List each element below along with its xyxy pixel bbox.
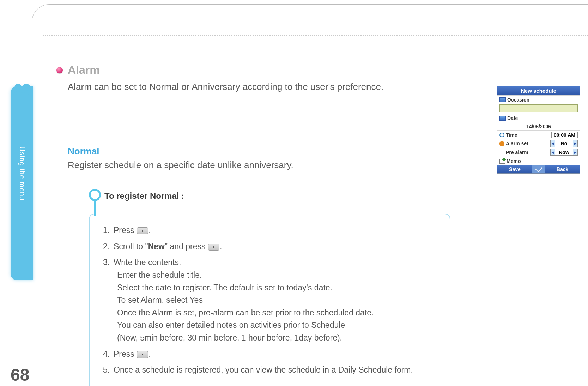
page-top-divider — [43, 35, 588, 36]
chevron-right-icon[interactable]: ► — [573, 140, 577, 147]
page-number: 68 — [11, 365, 29, 385]
step-text: " and press — [165, 242, 208, 251]
step-item: Scroll to "New" and press . — [103, 240, 436, 253]
step-subtext: To set Alarm, select Yes — [117, 294, 436, 307]
phone-row-prealarm: Pre alarm ◄ Now ► — [497, 148, 580, 157]
bullet-icon — [56, 67, 63, 73]
ok-key-icon — [137, 351, 148, 358]
calendar-icon — [499, 116, 506, 121]
ok-key-icon — [208, 244, 219, 251]
steps-container: To register Normal : Press . Scroll to "… — [89, 191, 450, 386]
step-item: Write the contents. Enter the schedule t… — [103, 256, 436, 344]
phone-row-alarmset: Alarm set ◄ No ► — [497, 139, 580, 148]
phone-label: Memo — [507, 158, 521, 164]
step-text: Press — [114, 226, 137, 235]
subsection-normal: Normal Register schedule on a specific d… — [68, 146, 577, 386]
step-text: . — [148, 226, 151, 235]
phone-label: Date — [507, 115, 518, 121]
phone-row-date-label: Date — [497, 114, 580, 122]
phone-titlebar: New schedule — [497, 86, 580, 95]
phone-date-value: 14/06/2006 — [526, 124, 551, 129]
chevron-right-icon[interactable]: ► — [573, 149, 577, 155]
phone-row-time: Time 00:00 AM — [497, 130, 580, 139]
step-subtext: Once the Alarm is set, pre-alarm can be … — [117, 307, 436, 319]
step-subtext: You can also enter detailed notes on act… — [117, 319, 436, 332]
steps-title: To register Normal : — [104, 191, 450, 201]
step-subtext: (Now, 5min before, 30 min before, 1 hour… — [117, 332, 436, 344]
step-item: Press . — [103, 348, 436, 361]
step-text: Write the contents. — [114, 258, 181, 267]
chevron-left-icon[interactable]: ◄ — [551, 149, 555, 155]
magnifier-icon — [89, 189, 101, 201]
memo-icon — [499, 159, 505, 164]
page-bottom-rule — [43, 375, 588, 375]
phone-prealarm-selector[interactable]: ◄ Now ► — [550, 149, 578, 156]
magnifier-handle-icon — [94, 200, 96, 216]
phone-row-date-value[interactable]: 14/06/2006 — [497, 122, 580, 130]
step-text: . — [148, 349, 151, 359]
bell-icon — [499, 141, 504, 146]
chapter-side-tab: 03 Using the menu — [11, 86, 33, 280]
softkey-back[interactable]: Back — [545, 165, 580, 173]
chevron-left-icon[interactable]: ◄ — [551, 140, 555, 147]
section-title: Alarm — [68, 63, 100, 76]
step-subtext: Enter the schedule title. — [117, 269, 436, 282]
phone-alarmset-value: No — [555, 141, 573, 146]
softkey-ok[interactable] — [532, 165, 545, 173]
calendar-icon — [499, 97, 506, 102]
phone-time-value[interactable]: 00:00 AM — [551, 132, 578, 138]
step-text: Once a schedule is registered, you can v… — [114, 365, 413, 374]
phone-screenshot: New schedule Occasion Date 14/06/2006 Ti… — [497, 86, 580, 174]
phone-label: Alarm set — [506, 141, 528, 146]
section-heading: Alarm — [56, 63, 577, 76]
ok-key-icon — [137, 227, 148, 234]
step-item: Press . — [103, 224, 436, 237]
chapter-number: 03 — [13, 80, 30, 99]
step-text: . — [220, 242, 222, 251]
phone-occasion-input[interactable] — [499, 104, 578, 112]
phone-softkeys: Save Back — [497, 165, 580, 173]
step-subtext: Select the date to register. The default… — [117, 282, 436, 294]
steps-box: Press . Scroll to "New" and press . Writ… — [89, 214, 450, 386]
phone-label: Occasion — [507, 97, 529, 103]
phone-alarmset-selector[interactable]: ◄ No ► — [550, 140, 578, 147]
phone-label: Time — [506, 132, 517, 138]
phone-row-occasion: Occasion — [497, 95, 580, 104]
chapter-title: Using the menu — [18, 146, 26, 201]
phone-label: Pre alarm — [506, 149, 528, 155]
step-text: Press — [114, 349, 137, 359]
phone-row-memo: Memo — [497, 157, 580, 165]
softkey-save[interactable]: Save — [497, 165, 532, 173]
clock-icon — [499, 133, 504, 137]
step-text-bold: New — [148, 242, 165, 251]
phone-prealarm-value: Now — [555, 149, 573, 155]
step-text: Scroll to " — [114, 242, 148, 251]
